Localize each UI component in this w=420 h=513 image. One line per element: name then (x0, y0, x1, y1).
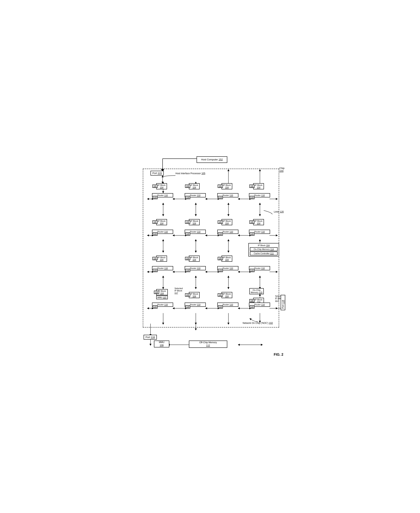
ni-r33: 106 (249, 299, 255, 302)
ipblock-r01: IP Block104 (189, 183, 200, 189)
fig-label: FIG. 2 (274, 353, 283, 357)
ni-r20: 106 (152, 257, 158, 260)
port-115-box: Port 115 (150, 171, 164, 176)
ipblock-r21: IP Block104 (189, 256, 200, 262)
ipblock-r32: IP Block104 (222, 292, 232, 298)
router-r30: Router 110 108 (152, 302, 173, 307)
port-116-box: Port 116 (143, 335, 157, 340)
ni-r30: 106 (154, 291, 159, 294)
router-r00: Router 110 108 (152, 193, 173, 198)
router-r31: Router 110 108 (185, 302, 206, 307)
router-r11: Router 110 108 (185, 230, 206, 234)
router-r20: Router 110 108 (152, 266, 173, 270)
ni2-r10: 108 (153, 232, 158, 236)
router-r02: Router 110 108 (217, 193, 238, 198)
ipblock-r11: IP Block104 (189, 219, 200, 225)
router-r22: Router 110 108 (217, 266, 238, 270)
hip-annotation: Host Interface Processor 105 (175, 172, 205, 175)
router-r13: Router 110 108 (249, 230, 270, 234)
ni-r10: 106 (152, 220, 158, 224)
ni2-r22: 108 (218, 269, 223, 272)
off-chip-mem-112-box: Off-Chip Memory112 (189, 341, 227, 348)
special-ipblock-box: IP Block 104 On-Chip Memory 114 Cache Co… (248, 243, 279, 256)
router-r01: Router 110 108 (185, 193, 206, 198)
ni2-r31: 108 (185, 305, 190, 308)
ni2-r13: 108 (250, 232, 255, 236)
links-annotation: Links 120 (274, 211, 284, 213)
ipblock-r10: IP Block104 (156, 219, 167, 225)
ni2-r00: 108 (153, 196, 158, 199)
host-computer-box: Host Computer 152 (196, 156, 227, 163)
ipblock-r30-container: IP Block104 MMU 107 106 (154, 289, 168, 299)
ipblock-r03: IP Block104 (253, 183, 264, 189)
ni-r22: 106 (218, 257, 223, 260)
ni2-r12: 108 (218, 232, 223, 236)
ni2-r30: 108 (153, 305, 158, 308)
ni2-r21: 108 (185, 269, 190, 272)
ipblock-r02: IP Block104 (222, 183, 232, 189)
ni2-r23: 108 (250, 269, 255, 272)
ni-r13: 106 (249, 220, 255, 224)
ni2-r01: 108 (185, 196, 190, 199)
ni-r11: 106 (185, 220, 190, 224)
ipblock-r00: IP Block104 (156, 183, 167, 189)
ni2-r32: 108 (218, 305, 223, 308)
ipblock-r12: IP Block104 (222, 219, 232, 225)
ni-r21: 106 (185, 257, 190, 260)
chip-label: Chip100 (279, 167, 285, 172)
port-118-box: Port 118 (281, 295, 285, 310)
on-chip-mem-115-box: On-ChipMemory 115 (249, 288, 264, 294)
ni2-r02: 108 (218, 196, 223, 199)
mmu-107-box: MMU 107 (156, 295, 168, 299)
ni2-r03: 108 (250, 196, 255, 199)
ipblock-r22: IP Block104 (222, 256, 232, 262)
mmu-109-box: MMU 109 (154, 341, 169, 347)
ni-r31: 106 (185, 293, 190, 297)
ni-r01: 106 (185, 184, 190, 188)
special-ipblock-label: IP Block 104 (250, 244, 278, 247)
ni2-r11: 108 (185, 232, 190, 236)
ni2-r33: 108 (250, 305, 255, 308)
router-r23: Router 110 108 (249, 266, 270, 270)
ni-r12: 106 (218, 220, 223, 224)
host-computer-label: Host Computer 152 (201, 158, 223, 161)
ni-r32: 106 (218, 293, 223, 297)
ni-r03: 106 (249, 184, 255, 188)
ipblock-r13: IP Block104 (253, 219, 264, 225)
router-r10: Router 110 108 (152, 230, 173, 234)
ipblock-r20: IP Block104 (156, 256, 167, 262)
on-chip-mem-114-box: On-Chip Memory 114 (250, 247, 278, 251)
selected-ip-117a-annotation: SelectedIP Block117 (174, 287, 183, 294)
ni-r00: 106 (152, 184, 158, 188)
cache-ctrl-111-box: Cache Controller 111 (250, 251, 278, 255)
router-r33: Router 110 108 (249, 302, 270, 307)
router-r32: Router 110 108 (217, 302, 238, 307)
noc-annotation: Network On Chip ('NOC') 102 (243, 322, 273, 324)
router-r12: Router 110 108 (217, 230, 238, 234)
router-r21: Router 110 108 (185, 266, 206, 270)
ipblock-r31: IP Block104 (189, 292, 200, 298)
ni2-r20: 108 (153, 269, 158, 272)
ni-r02: 106 (218, 184, 223, 188)
router-r03: Router 110 108 (249, 193, 270, 198)
